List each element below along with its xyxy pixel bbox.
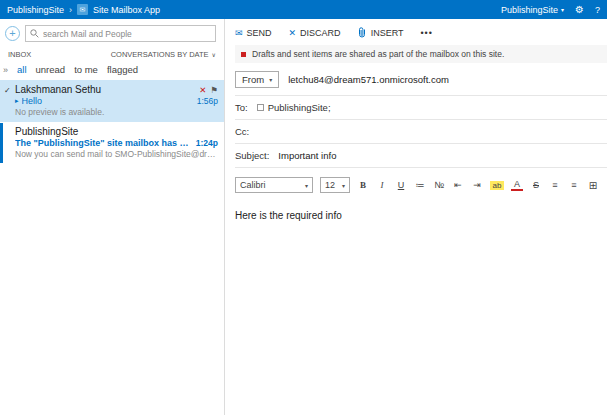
subject-field[interactable]: Subject: Important info bbox=[235, 144, 607, 168]
align-left-button[interactable]: ≡ bbox=[549, 180, 561, 190]
search-icon bbox=[30, 29, 39, 38]
search-input[interactable] bbox=[43, 29, 211, 39]
send-icon: ✉ bbox=[235, 28, 243, 38]
from-address: letchu84@dream571.onmicrosoft.com bbox=[288, 74, 449, 85]
message-time: 1:24p bbox=[196, 138, 218, 148]
send-button[interactable]: ✉ SEND bbox=[235, 28, 272, 38]
insert-label: INSERT bbox=[371, 28, 404, 38]
filter-all[interactable]: all bbox=[17, 64, 27, 75]
plus-icon: + bbox=[9, 27, 15, 39]
main-content: + INBOX CONVERSATIONS BY DATE ∨ » all un… bbox=[0, 19, 607, 415]
inbox-label: INBOX bbox=[8, 50, 31, 59]
discard-label: DISCARD bbox=[300, 28, 341, 38]
unread-indicator bbox=[0, 123, 3, 163]
filter-flagged[interactable]: flagged bbox=[107, 64, 138, 75]
message-row-2: The "PublishingSite" site mailbox has be… bbox=[15, 138, 218, 148]
format-toolbar: Calibri ▾ 12 ▾ B I U ≔ № ⇤ ⇥ ab A S ≡ ≡ bbox=[235, 168, 607, 199]
message-sender: Lakshmanan Sethu bbox=[15, 84, 195, 95]
message-preview: Now you can send mail to SMO-PublishingS… bbox=[15, 149, 218, 159]
message-sender: PublishingSite bbox=[15, 126, 218, 137]
help-icon[interactable]: ? bbox=[595, 5, 600, 15]
bold-button[interactable]: B bbox=[357, 180, 369, 190]
mail-list-pane: + INBOX CONVERSATIONS BY DATE ∨ » all un… bbox=[0, 19, 225, 415]
breadcrumb-site[interactable]: PublishingSite bbox=[7, 5, 64, 15]
italic-button[interactable]: I bbox=[376, 180, 388, 190]
expand-conversation-icon[interactable]: ▸ bbox=[15, 97, 19, 105]
presence-icon bbox=[257, 104, 264, 111]
new-mail-button[interactable]: + bbox=[5, 26, 20, 41]
message-row-1: PublishingSite bbox=[15, 126, 218, 137]
discard-button[interactable]: ✕ DISCARD bbox=[289, 28, 341, 38]
envelope-icon: ✉ bbox=[80, 6, 86, 14]
message-body-editor[interactable]: Here is the required info bbox=[235, 199, 607, 232]
site-mailbox-app-window: PublishingSite › ✉ Site Mailbox App Publ… bbox=[0, 0, 607, 415]
message-subject: Hello bbox=[22, 96, 194, 106]
subject-label: Subject: bbox=[235, 150, 269, 161]
insert-button[interactable]: INSERT bbox=[358, 27, 404, 38]
breadcrumb-chevron-icon: › bbox=[69, 5, 72, 15]
top-bar: PublishingSite › ✉ Site Mailbox App Publ… bbox=[0, 0, 607, 19]
to-field[interactable]: To: PublishingSite; bbox=[235, 96, 607, 120]
gear-icon[interactable]: ⚙ bbox=[575, 4, 584, 15]
breadcrumb: PublishingSite › ✉ Site Mailbox App bbox=[7, 4, 160, 15]
expand-pane-icon[interactable]: » bbox=[3, 65, 8, 75]
delete-icon[interactable]: ✕ bbox=[199, 85, 206, 95]
filter-row: » all unread to me flagged bbox=[0, 61, 224, 80]
bullets-button[interactable]: ≔ bbox=[414, 180, 426, 190]
to-label: To: bbox=[235, 102, 248, 113]
underline-button[interactable]: U bbox=[395, 180, 407, 190]
outdent-button[interactable]: ⇤ bbox=[452, 180, 464, 190]
check-icon[interactable]: ✓ bbox=[4, 86, 11, 95]
from-label: From bbox=[242, 74, 264, 85]
user-menu[interactable]: PublishingSite ▾ bbox=[501, 5, 564, 15]
insert-table-button[interactable]: ⊞ bbox=[587, 180, 599, 191]
filter-to-me[interactable]: to me bbox=[74, 64, 98, 75]
discard-x-icon: ✕ bbox=[289, 28, 297, 38]
chevron-down-icon: ▾ bbox=[269, 76, 272, 83]
chevron-down-icon: ▾ bbox=[561, 6, 564, 13]
recipient-chip[interactable]: PublishingSite; bbox=[257, 102, 331, 113]
flag-icon[interactable]: ⚑ bbox=[210, 85, 218, 95]
indent-button[interactable]: ⇥ bbox=[471, 180, 483, 190]
send-label: SEND bbox=[247, 28, 272, 38]
filter-unread[interactable]: unread bbox=[36, 64, 66, 75]
chevron-down-icon: ▾ bbox=[342, 182, 345, 189]
font-family-value: Calibri bbox=[240, 180, 266, 190]
align-center-button[interactable]: ≡ bbox=[568, 180, 580, 190]
more-commands-button[interactable]: ••• bbox=[420, 28, 432, 38]
message-row-2: ▸ Hello 1:56p bbox=[15, 96, 218, 106]
alert-dot-icon bbox=[241, 52, 246, 57]
message-time: 1:56p bbox=[197, 96, 218, 106]
subject-input[interactable]: Important info bbox=[278, 150, 336, 161]
recipient-name: PublishingSite; bbox=[268, 102, 331, 113]
notice-text: Drafts and sent items are shared as part… bbox=[252, 49, 504, 59]
strikethrough-button[interactable]: S bbox=[530, 180, 542, 190]
font-color-button[interactable]: A bbox=[511, 180, 523, 191]
cc-label: Cc: bbox=[235, 126, 249, 137]
font-family-select[interactable]: Calibri ▾ bbox=[235, 177, 313, 193]
paperclip-icon bbox=[358, 27, 367, 38]
info-bar: Drafts and sent items are shared as part… bbox=[235, 45, 607, 63]
font-size-value: 12 bbox=[325, 180, 335, 190]
compose-pane: ✉ SEND ✕ DISCARD INSERT ••• Drafts and s… bbox=[225, 19, 607, 415]
inbox-header-row: INBOX CONVERSATIONS BY DATE ∨ bbox=[0, 46, 224, 61]
chevron-down-icon: ▾ bbox=[305, 182, 308, 189]
list-item[interactable]: ✓ Lakshmanan Sethu ✕ ⚑ ▸ Hello 1:56p No … bbox=[0, 80, 224, 122]
sort-label: CONVERSATIONS BY DATE bbox=[111, 50, 209, 59]
message-row-1: Lakshmanan Sethu ✕ ⚑ bbox=[15, 84, 218, 95]
app-title: Site Mailbox App bbox=[93, 5, 160, 15]
search-box[interactable] bbox=[25, 25, 216, 42]
cc-field[interactable]: Cc: + bbox=[235, 120, 607, 144]
message-subject: The "PublishingSite" site mailbox has be… bbox=[15, 138, 193, 148]
numbering-button[interactable]: № bbox=[433, 180, 445, 190]
compose-toolbar: ✉ SEND ✕ DISCARD INSERT ••• bbox=[235, 19, 607, 45]
chevron-down-icon: ∨ bbox=[212, 51, 216, 58]
sort-dropdown[interactable]: CONVERSATIONS BY DATE ∨ bbox=[111, 50, 216, 59]
from-dropdown[interactable]: From ▾ bbox=[235, 71, 279, 88]
list-item[interactable]: PublishingSite The "PublishingSite" site… bbox=[0, 122, 224, 164]
search-row: + bbox=[0, 19, 224, 46]
from-field: From ▾ letchu84@dream571.onmicrosoft.com bbox=[235, 66, 607, 96]
mailbox-app-icon: ✉ bbox=[77, 4, 88, 15]
font-size-select[interactable]: 12 ▾ bbox=[320, 177, 350, 193]
highlight-button[interactable]: ab bbox=[490, 181, 504, 190]
